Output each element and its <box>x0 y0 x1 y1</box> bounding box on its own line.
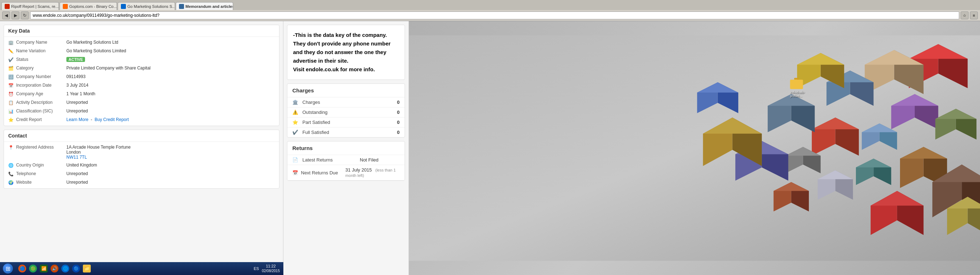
website-label: Website <box>16 180 66 185</box>
outstanding-row: ⚠️ Outstanding 0 <box>287 107 405 117</box>
refresh-button[interactable]: ↻ <box>21 11 29 19</box>
website-icon: 🌍 <box>8 180 14 185</box>
returns-title: Returns <box>287 141 405 155</box>
start-orb: ⊞ <box>3 264 13 273</box>
learn-more-link[interactable]: Learn More <box>66 117 88 122</box>
taskbar-icon-4[interactable]: 🔊 <box>49 264 60 273</box>
category-value: Private Limited Company with Share Capit… <box>66 66 275 71</box>
taskbar-icon-2[interactable]: 🟢 <box>28 264 38 273</box>
taskbar-items: 🔵 🟢 📶 🔊 🌐 🔵 📁 <box>16 264 251 273</box>
start-button[interactable]: ⊞ <box>0 262 16 275</box>
address-label: Registered Address <box>16 145 66 150</box>
tab-4[interactable]: Memorandum and articles ✕ <box>176 2 233 10</box>
info-box: -This is the data key of the company.The… <box>287 25 405 80</box>
key-data-table: 🏢 Company Name Go Marketing Solutions Lt… <box>4 37 279 126</box>
tray-locale: ES <box>254 266 259 271</box>
activity-desc-label: Activity Description <box>16 100 66 105</box>
forward-button[interactable]: ▶ <box>11 11 19 19</box>
full-satisfied-row: ✔️ Full Satisfied 0 <box>287 128 405 137</box>
company-age-label: Company Age <box>16 91 66 96</box>
company-age-value: 1 Year 1 Month <box>66 91 275 96</box>
address-input[interactable] <box>30 11 959 19</box>
buy-credit-report-link[interactable]: Buy Credit Report <box>95 117 129 122</box>
name-variation-label: Name Variation <box>16 48 66 53</box>
latest-returns-row: 📄 Latest Returns Not Filed <box>287 155 405 165</box>
contact-table: 📍 Registered Address 1A Arcade House Tem… <box>4 142 279 188</box>
tab-1-label: Ripoff Report | Scams, re... <box>11 4 59 9</box>
status-value: ACTIVE <box>66 57 275 62</box>
full-satisfied-value: 0 <box>397 130 399 135</box>
menu-button[interactable]: ≡ <box>970 11 978 19</box>
outstanding-value: 0 <box>397 109 399 115</box>
status-row: ✔️ Status ACTIVE <box>4 55 279 64</box>
next-returns-row: 📅 Next Returns Due 31 July 2015 (less th… <box>287 165 405 180</box>
desktop-decoration: individuals- profiles... <box>409 21 980 275</box>
charges-icon: 🏛️ <box>292 100 299 105</box>
latest-returns-icon: 📄 <box>292 157 299 163</box>
company-name-row: 🏢 Company Name Go Marketing Solutions Lt… <box>4 38 279 47</box>
incorporation-date-label: Incorporation Date <box>16 83 66 88</box>
classification-value: Unreported <box>66 109 275 114</box>
company-name-value: Go Marketing Solutions Ltd <box>66 40 275 45</box>
company-number-row: 🔢 Company Number 09114993 <box>4 73 279 81</box>
charges-title: Charges <box>287 84 405 97</box>
svg-rect-62 <box>790 79 803 89</box>
next-returns-value: 31 July 2015 (less than 1 month left) <box>345 167 399 178</box>
country-icon: 🌐 <box>8 163 14 168</box>
clock-time: 11:22 <box>266 264 276 269</box>
key-data-card: Key Data 🏢 Company Name Go Marketing Sol… <box>3 25 280 126</box>
name-variation-value: Go Marketing Solutions Limited <box>66 48 275 53</box>
returns-section: Returns 📄 Latest Returns Not Filed 📅 Nex… <box>287 141 405 181</box>
key-data-title: Key Data <box>4 25 279 37</box>
status-label: Status <box>16 57 66 62</box>
credit-report-value: Learn More - Buy Credit Report <box>66 117 275 122</box>
incorporation-date-row: 📅 Incorporation Date 3 July 2014 <box>4 81 279 90</box>
taskbar-icon-7[interactable]: 📁 <box>82 264 92 273</box>
postcode-link[interactable]: NW11 7TL <box>66 155 87 160</box>
tab-2[interactable]: Goptons.com - Binary Co... ✕ <box>60 2 117 10</box>
company-age-icon: ⏰ <box>8 92 14 97</box>
tab-1-favicon <box>5 4 10 9</box>
part-satisfied-label: Part Satisfied <box>302 120 397 125</box>
system-tray: ES 11:22 02/08/2015 <box>251 264 283 273</box>
taskbar-icon-3[interactable]: 📶 <box>39 264 49 273</box>
page-content: Key Data 🏢 Company Name Go Marketing Sol… <box>0 21 283 196</box>
back-button[interactable]: ◀ <box>2 11 10 19</box>
website-row: 🌍 Website Unreported <box>4 178 279 187</box>
charges-label: Charges <box>302 100 397 105</box>
tab-4-favicon <box>179 4 184 9</box>
tab-4-label: Memorandum and articles <box>185 4 233 9</box>
address-icon: 📍 <box>8 145 14 150</box>
category-label: Category <box>16 66 66 71</box>
activity-desc-icon: 📋 <box>8 100 14 105</box>
incorporation-date-value: 3 July 2014 <box>66 83 275 88</box>
taskbar-icon-6[interactable]: 🔵 <box>71 264 81 273</box>
status-icon: ✔️ <box>8 57 14 62</box>
right-panel: -This is the data key of the company.The… <box>283 21 409 275</box>
company-age-row: ⏰ Company Age 1 Year 1 Month <box>4 90 279 98</box>
activity-desc-value: Unreported <box>66 100 275 105</box>
bookmark-button[interactable]: ☆ <box>961 11 969 19</box>
classification-label: Classification (SIC) <box>16 109 66 114</box>
name-variation-row: ✏️ Name Variation Go Marketing Solutions… <box>4 47 279 55</box>
tab-1[interactable]: Ripoff Report | Scams, re... ✕ <box>2 2 59 10</box>
tab-3[interactable]: Go Marketing Solutions S... ✕ <box>118 2 175 10</box>
next-returns-label: Next Returns Due <box>301 170 345 175</box>
company-number-value: 09114993 <box>66 74 275 79</box>
charges-section: Charges 🏛️ Charges 0 ⚠️ Outstanding 0 ⭐ … <box>287 84 405 138</box>
company-name-icon: 🏢 <box>8 40 14 45</box>
next-returns-icon: 📅 <box>292 170 298 175</box>
outstanding-label: Outstanding <box>302 109 397 115</box>
tab-2-favicon <box>63 4 68 9</box>
part-satisfied-row: ⭐ Part Satisfied 0 <box>287 117 405 128</box>
country-value: United Kingdom <box>66 163 275 168</box>
taskbar-icon-5[interactable]: 🌐 <box>60 264 70 273</box>
taskbar-icon-1[interactable]: 🔵 <box>17 264 27 273</box>
telephone-value: Unreported <box>66 171 275 176</box>
telephone-label: Telephone <box>16 171 66 176</box>
part-satisfied-icon: ⭐ <box>292 120 299 125</box>
charges-value: 0 <box>397 100 399 105</box>
country-row: 🌐 Country Origin United Kingdom <box>4 161 279 170</box>
svg-text:profiles...: profiles... <box>790 95 802 98</box>
part-satisfied-value: 0 <box>397 120 399 125</box>
